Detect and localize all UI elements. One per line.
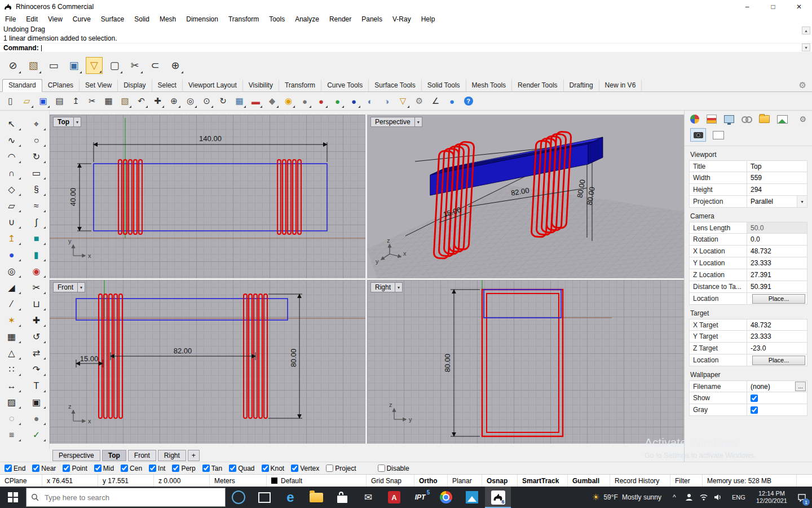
volume-button[interactable]	[711, 487, 726, 508]
osnap-disable-checkbox[interactable]	[378, 465, 385, 472]
help-button[interactable]: ?	[461, 94, 475, 108]
fillet-button[interactable]: ◢	[2, 280, 22, 295]
tab-render-tools[interactable]: Render Tools	[512, 80, 564, 91]
print-button[interactable]: ▤	[52, 94, 67, 108]
zoom-window-button[interactable]: ⊙	[200, 94, 214, 108]
osnap-end-checkbox[interactable]	[5, 465, 12, 472]
tray-expand-button[interactable]: ^	[667, 487, 682, 508]
osnap-vertex[interactable]: Vertex	[291, 465, 319, 472]
menu-transform[interactable]: Transform	[223, 15, 264, 23]
new-file-button[interactable]: ▯	[3, 94, 17, 108]
dimension-button[interactable]: ↔	[2, 378, 22, 393]
undo-button[interactable]: ↶	[134, 94, 148, 108]
osnap-int[interactable]: Int	[149, 465, 165, 472]
export-button[interactable]: ↥	[69, 94, 83, 108]
osnap-quad-checkbox[interactable]	[229, 465, 236, 472]
intersect-button[interactable]: ∩	[2, 165, 22, 181]
scroll-down-icon[interactable]: ▼	[802, 43, 810, 51]
statusbar-units[interactable]: Meters	[210, 475, 267, 487]
viewport-menu-arrow-icon[interactable]: ▾	[395, 283, 402, 292]
viewport-title-perspective[interactable]: Perspective ▾	[370, 117, 422, 127]
tab-surface-tools[interactable]: Surface Tools	[369, 80, 422, 91]
menu-file[interactable]: File	[0, 15, 21, 23]
mirror-button[interactable]: ⇄	[27, 345, 47, 361]
tab-standard[interactable]: Standard	[2, 79, 42, 92]
loft-button[interactable]: ≈	[27, 198, 47, 213]
copy-button[interactable]: ▦	[2, 329, 22, 344]
hide-button[interactable]: ◌	[2, 411, 22, 426]
chrome-button[interactable]	[433, 487, 459, 508]
surface-button[interactable]: ▱	[2, 198, 22, 213]
cylinder-button[interactable]: ▮	[27, 247, 47, 262]
menu-panels[interactable]: Panels	[356, 15, 387, 23]
osnap-near[interactable]: Near	[32, 465, 56, 472]
prop-rotation-value[interactable]: 0.0	[747, 234, 807, 245]
cplane-button[interactable]: ◆	[265, 94, 279, 108]
start-button[interactable]	[0, 487, 26, 508]
statusbar-gumball[interactable]: Gumball	[568, 475, 610, 487]
text-button[interactable]: T	[27, 378, 47, 393]
vptab-front[interactable]: Front	[128, 450, 156, 461]
statusbar-layer[interactable]: Default	[267, 475, 367, 487]
menu-render[interactable]: Render	[324, 15, 356, 23]
viewport-menu-arrow-icon[interactable]: ▾	[73, 117, 81, 126]
paste-button[interactable]: ▧	[118, 94, 132, 108]
scroll-up-icon[interactable]: ▲	[802, 27, 810, 34]
tab-mesh-tools[interactable]: Mesh Tools	[466, 80, 512, 91]
statusbar-cplane[interactable]: CPlane	[0, 475, 42, 487]
menu-edit[interactable]: Edit	[21, 15, 43, 23]
menu-help[interactable]: Help	[416, 15, 440, 23]
osnap-cen-checkbox[interactable]	[121, 465, 128, 472]
layers-button[interactable]: ≡	[2, 427, 22, 443]
tab-select[interactable]: Select	[152, 80, 183, 91]
tab-curve-tools[interactable]: Curve Tools	[321, 80, 369, 91]
helix-button[interactable]: §	[27, 182, 47, 197]
osnap-disable[interactable]: Disable	[378, 465, 409, 472]
lock-button[interactable]: ●	[27, 411, 47, 426]
scale-button[interactable]: △	[2, 345, 22, 361]
vptab-perspective[interactable]: Perspective	[52, 450, 100, 461]
statusbar-planar[interactable]: Planar	[448, 475, 482, 487]
panel-settings-button[interactable]: ⚙	[799, 115, 806, 124]
image-tab[interactable]	[777, 115, 788, 124]
osnap-near-checkbox[interactable]	[32, 465, 39, 472]
tab-viewport-layout[interactable]: Viewport Layout	[183, 80, 243, 91]
statusbar-grid-snap[interactable]: Grid Snap	[367, 475, 414, 487]
prop-ytarget-value[interactable]: 23.333	[747, 331, 807, 342]
rhino-taskbar-button[interactable]: 6	[485, 487, 511, 508]
viewport-top[interactable]: 140.00 40.00 y x Top ▾	[50, 115, 365, 278]
selection-filter-button[interactable]: ▽	[86, 57, 103, 74]
render-button[interactable]: ●	[314, 94, 328, 108]
osnap-mid[interactable]: Mid	[94, 465, 114, 472]
osnap-tan-checkbox[interactable]	[202, 465, 210, 472]
selection-filter-button[interactable]: ▽	[396, 94, 410, 108]
scale-button[interactable]: ∠	[429, 94, 443, 108]
array-button[interactable]: ∷	[2, 362, 22, 377]
edge-button[interactable]: e	[277, 487, 303, 508]
osnap-mid-checkbox[interactable]	[94, 465, 102, 472]
sphere-button[interactable]: ●	[2, 247, 22, 262]
front-viewport-canvas[interactable]: 82.00 15.00 80.00 z x	[50, 280, 365, 444]
hatch-button[interactable]: ▨	[2, 395, 22, 410]
extrude-button[interactable]: ↥	[2, 231, 22, 246]
menu-surface[interactable]: Surface	[96, 15, 129, 23]
taskbar-search[interactable]	[26, 488, 226, 507]
named-view-button[interactable]: ▬	[249, 94, 263, 108]
copy-button[interactable]: ▦	[102, 94, 116, 108]
toolbar-gear-icon[interactable]: ⚙	[799, 80, 806, 90]
prop-height-value[interactable]: 294	[747, 184, 807, 195]
statusbar-smarttrack[interactable]: SmartTrack	[518, 475, 568, 487]
folder-tab[interactable]	[759, 115, 770, 123]
perspective-viewport-canvas[interactable]: 82.00 15.00 80.00 80.00 z y x	[367, 115, 684, 278]
revolve-button[interactable]: ↻	[27, 149, 47, 164]
viewport-layout-button[interactable]: ▦	[232, 94, 246, 108]
clipboard-button[interactable]: ▧	[25, 57, 42, 74]
menu-view[interactable]: View	[43, 15, 68, 23]
top-viewport-canvas[interactable]: 140.00 40.00 y x	[50, 115, 365, 278]
detail-tab[interactable]	[710, 128, 726, 142]
camera-place-button[interactable]: Place...	[752, 294, 805, 304]
action-center-button[interactable]: 1	[792, 487, 812, 508]
prop-xloc-value[interactable]: 48.732	[747, 246, 807, 257]
prop-ztarget-value[interactable]: -23.0	[747, 343, 807, 354]
osnap-vertex-checkbox[interactable]	[291, 465, 298, 472]
